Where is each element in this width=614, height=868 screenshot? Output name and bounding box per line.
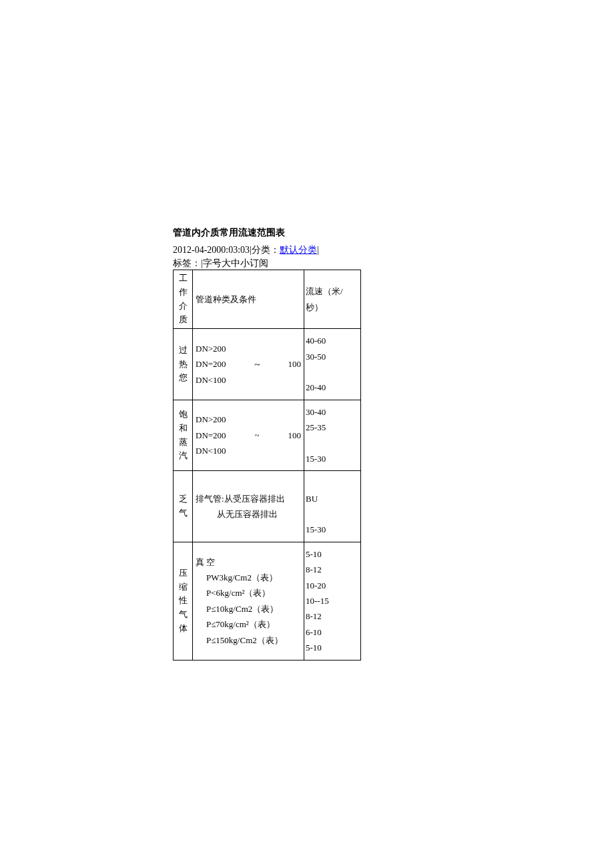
- category-suffix: |: [317, 245, 319, 255]
- document-page: 管道内介质常用流速范围表 2012-04-2000:03:03|分类：默认分类|…: [0, 0, 614, 868]
- document-title: 管道内介质常用流速范围表: [173, 227, 614, 239]
- velocity-line: [306, 506, 359, 522]
- velocity-line: BU: [306, 491, 359, 506]
- medium-char: 和: [175, 422, 191, 436]
- velocity-line: [306, 475, 359, 490]
- row-condition: DN>200 DN=200 ~ 100 DN<100: [193, 400, 304, 471]
- row-velocity: 30-40 25-35 15-30: [304, 400, 361, 471]
- velocity-line: 30-40: [306, 404, 359, 420]
- condition-part: DN=200: [196, 428, 226, 443]
- medium-char: [175, 552, 191, 566]
- velocity-line: 15-30: [306, 451, 359, 466]
- header-col3: 流速（米/秒）: [304, 270, 361, 329]
- velocity-line: [306, 436, 359, 451]
- medium-char: 气: [175, 506, 191, 520]
- condition-line: 排气管:从受压容器排出: [196, 491, 301, 506]
- velocity-line: 5-10: [306, 640, 359, 655]
- medium-char: [175, 520, 191, 534]
- medium-char: 缩: [175, 580, 191, 594]
- table-row: 乏 气 排气管:从受压容器排出 从无压容器排出 BU 15-30: [174, 471, 361, 542]
- medium-char: 体: [175, 622, 191, 636]
- condition-line: DN=200 ~ 100: [196, 428, 301, 443]
- medium-char: 性: [175, 594, 191, 608]
- medium-char: [175, 479, 191, 493]
- medium-char: 饱: [175, 408, 191, 422]
- condition-line: P≤10kg/Cm2（表）: [196, 601, 301, 616]
- velocity-line: 10--15: [306, 593, 359, 608]
- condition-line: DN<100: [196, 443, 301, 458]
- velocity-line: 8-12: [306, 562, 359, 577]
- condition-line: DN>200: [196, 412, 301, 427]
- velocity-line: 8-12: [306, 608, 359, 624]
- row-velocity: 40-60 30-50 20-40: [304, 329, 361, 400]
- row-medium: 饱 和 蒸 汽: [174, 400, 193, 471]
- timestamp: 2012-04-2000:03:03: [173, 245, 250, 255]
- medium-char: 热: [175, 358, 191, 372]
- medium-char: 乏: [175, 492, 191, 506]
- velocity-line: 5-10: [306, 546, 359, 562]
- table-row: 过 热 您 DN>200 DN=200 ～ 100 DN<100 40-60 3…: [174, 329, 361, 400]
- category-prefix: |分类：: [250, 245, 280, 255]
- condition-line: P≤150kg/Cm2（表）: [196, 632, 301, 648]
- medium-char: [175, 636, 191, 650]
- row-velocity: 5-10 8-12 10-20 10--15 8-12 6-10 5-10: [304, 542, 361, 660]
- header-char: 作: [175, 286, 191, 300]
- header-col2: 管道种类及条件: [193, 270, 304, 329]
- condition-line: DN<100: [196, 372, 301, 388]
- velocity-line: 6-10: [306, 624, 359, 640]
- condition-part: DN=200: [196, 356, 226, 372]
- header-char: 质: [175, 313, 191, 327]
- condition-part: ～: [253, 356, 262, 372]
- category-link[interactable]: 默认分类: [280, 245, 317, 255]
- condition-line: 从无压容器排出: [196, 506, 301, 522]
- row-condition: 排气管:从受压容器排出 从无压容器排出: [193, 471, 304, 542]
- table-header-row: 工 作 介 质 管道种类及条件 流速（米/秒）: [174, 270, 361, 329]
- flow-rate-table: 工 作 介 质 管道种类及条件 流速（米/秒） 过 热 您 DN>200 DN=…: [173, 270, 361, 661]
- row-velocity: BU 15-30: [304, 471, 361, 542]
- meta-line: 2012-04-2000:03:03|分类：默认分类|: [173, 244, 614, 256]
- condition-part: 100: [288, 428, 302, 443]
- row-condition: DN>200 DN=200 ～ 100 DN<100: [193, 329, 304, 400]
- condition-line: 真 空: [196, 554, 301, 570]
- velocity-line: 30-50: [306, 349, 359, 364]
- condition-line: DN>200: [196, 341, 301, 356]
- velocity-line: 15-30: [306, 522, 359, 537]
- condition-line: P<6kg/cm²（表）: [196, 585, 301, 600]
- header-col1: 工 作 介 质: [174, 270, 193, 329]
- row-medium: 压 缩 性 气 体: [174, 542, 193, 660]
- header-char: 介: [175, 300, 191, 314]
- medium-char: 气: [175, 608, 191, 622]
- velocity-line: 20-40: [306, 380, 359, 395]
- row-medium: 乏 气: [174, 471, 193, 542]
- row-medium: 过 热 您: [174, 329, 193, 400]
- medium-char: 汽: [175, 449, 191, 463]
- condition-line: PW3kg/Cm2（表）: [196, 570, 301, 585]
- row-condition: 真 空 PW3kg/Cm2（表） P<6kg/cm²（表） P≤10kg/Cm2…: [193, 542, 304, 660]
- medium-char: 您: [175, 371, 191, 385]
- header-char: 工: [175, 272, 191, 286]
- table-row: 压 缩 性 气 体 真 空 PW3kg/Cm2（表） P<6kg/cm²（表） …: [174, 542, 361, 660]
- medium-char: 蒸: [175, 436, 191, 450]
- velocity-line: [306, 364, 359, 380]
- velocity-line: 40-60: [306, 333, 359, 348]
- condition-line: DN=200 ～ 100: [196, 356, 301, 372]
- condition-part: 100: [288, 356, 301, 372]
- table-row: 饱 和 蒸 汽 DN>200 DN=200 ~ 100 DN<100 30-40…: [174, 400, 361, 471]
- condition-part: ~: [255, 428, 260, 443]
- tags-line: 标签：|字号大中小订阅: [173, 258, 614, 270]
- medium-char: 过: [175, 344, 191, 358]
- medium-char: 压: [175, 566, 191, 580]
- condition-line: P≤70kg/cm²（表）: [196, 616, 301, 632]
- velocity-line: 10-20: [306, 578, 359, 593]
- velocity-line: 25-35: [306, 420, 359, 435]
